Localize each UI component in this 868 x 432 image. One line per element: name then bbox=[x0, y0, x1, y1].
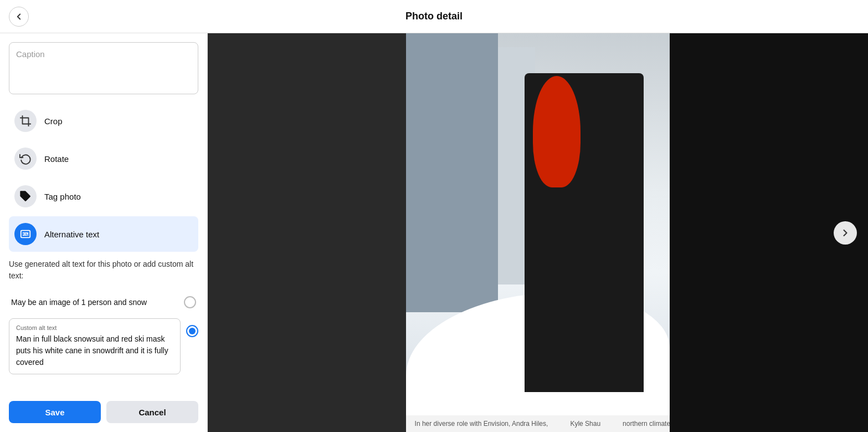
generated-alt-radio[interactable] bbox=[184, 296, 196, 308]
snow-photo bbox=[406, 33, 670, 432]
chevron-right-icon bbox=[840, 227, 851, 238]
rotate-tool[interactable]: Rotate bbox=[9, 141, 198, 176]
tag-icon bbox=[19, 190, 32, 202]
alt-text-tool[interactable]: Aa Alternative text bbox=[9, 216, 198, 252]
rotate-label: Rotate bbox=[44, 154, 69, 164]
next-photo-button[interactable] bbox=[834, 221, 857, 245]
svg-text:Aa: Aa bbox=[23, 232, 29, 237]
back-button[interactable] bbox=[9, 7, 29, 27]
crop-label: Crop bbox=[44, 116, 63, 126]
building-element bbox=[406, 33, 499, 312]
person-silhouette bbox=[525, 73, 644, 392]
main-area: Crop Rotate Tag photo bbox=[0, 33, 868, 432]
crop-icon-wrap bbox=[14, 110, 37, 132]
custom-alt-label-text: Custom alt text bbox=[16, 324, 173, 331]
generated-alt-label: May be an image of 1 person and snow bbox=[11, 298, 147, 307]
custom-alt-box[interactable]: Custom alt text Man in full black snowsu… bbox=[9, 318, 181, 374]
photo-display: In her diverse role with Envision, Andra… bbox=[208, 33, 868, 432]
page-title: Photo detail bbox=[405, 11, 463, 22]
save-button[interactable]: Save bbox=[9, 401, 101, 423]
custom-alt-content: Man in full black snowsuit and red ski m… bbox=[16, 333, 173, 368]
cancel-button[interactable]: Cancel bbox=[106, 401, 198, 423]
alt-text-description: Use generated alt text for this photo or… bbox=[9, 258, 198, 282]
rotate-icon-wrap bbox=[14, 148, 37, 170]
custom-alt-radio[interactable] bbox=[186, 325, 198, 337]
photo-left-zone bbox=[208, 33, 406, 432]
photo-area: In her diverse role with Envision, Andra… bbox=[208, 33, 868, 432]
alt-text-icon: Aa bbox=[19, 228, 32, 240]
tag-icon-wrap bbox=[14, 185, 37, 207]
bottom-text-overlay: In her diverse role with Envision, Andra… bbox=[406, 415, 670, 432]
photo-center-zone: In her diverse role with Envision, Andra… bbox=[406, 33, 670, 432]
tag-photo-tool[interactable]: Tag photo bbox=[9, 179, 198, 214]
rotate-icon bbox=[19, 153, 32, 165]
generated-alt-option[interactable]: May be an image of 1 person and snow bbox=[9, 291, 198, 314]
caption-input[interactable] bbox=[9, 42, 198, 94]
action-buttons: Save Cancel bbox=[9, 392, 198, 423]
alt-text-icon-wrap: Aa bbox=[14, 223, 37, 245]
bottom-text-1: In her diverse role with Envision, Andra… bbox=[415, 420, 548, 428]
crop-icon bbox=[19, 115, 32, 127]
crop-tool[interactable]: Crop bbox=[9, 103, 198, 139]
left-panel: Crop Rotate Tag photo bbox=[0, 33, 208, 432]
bottom-text-4: northern climate, Mika has learned to ad… bbox=[623, 420, 670, 428]
alt-text-label: Alternative text bbox=[44, 230, 99, 239]
bottom-text-3: Kyle Shau bbox=[570, 420, 600, 428]
page-header: Photo detail bbox=[0, 0, 868, 33]
custom-alt-row: Custom alt text Man in full black snowsu… bbox=[9, 318, 198, 383]
tag-label: Tag photo bbox=[44, 192, 81, 201]
